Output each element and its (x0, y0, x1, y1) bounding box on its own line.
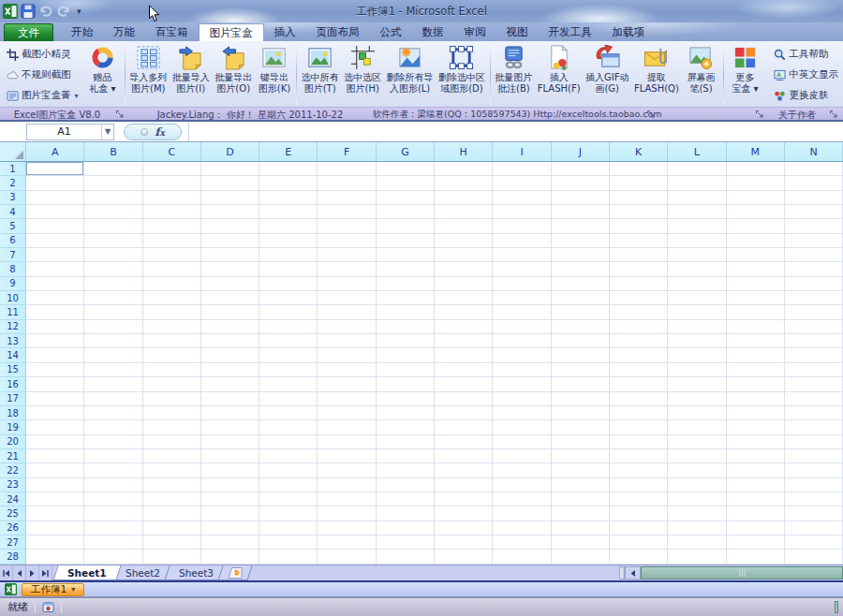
cell-h19[interactable] (435, 420, 493, 434)
cell-h14[interactable] (435, 348, 493, 362)
cell-e21[interactable] (259, 449, 318, 463)
cell-j18[interactable] (552, 406, 610, 420)
cell-f22[interactable] (318, 463, 376, 477)
row-header-18[interactable]: 18 (0, 406, 26, 420)
cell-l21[interactable] (668, 449, 726, 463)
cell-e5[interactable] (259, 219, 318, 233)
cell-k19[interactable] (610, 420, 668, 434)
cell-a15[interactable] (26, 363, 84, 377)
cell-i15[interactable] (493, 363, 551, 377)
ribbon-tab-12[interactable]: 加载项 (602, 23, 656, 41)
cell-n11[interactable] (785, 305, 843, 319)
cell-h27[interactable] (435, 535, 493, 550)
cell-j7[interactable] (552, 248, 610, 262)
cell-k18[interactable] (610, 406, 668, 420)
cell-h12[interactable] (435, 320, 493, 334)
cell-g12[interactable] (377, 320, 435, 334)
cell-j19[interactable] (552, 420, 610, 434)
cell-n1[interactable] (785, 162, 843, 176)
cell-m16[interactable] (727, 377, 785, 391)
row-header-24[interactable]: 24 (0, 492, 26, 506)
cell-g13[interactable] (377, 334, 435, 348)
cell-g19[interactable] (377, 420, 435, 434)
cell-i18[interactable] (493, 406, 551, 420)
cell-m24[interactable] (727, 492, 785, 506)
cell-h5[interactable] (435, 219, 493, 233)
cell-c26[interactable] (143, 521, 201, 535)
row-header-3[interactable]: 3 (0, 191, 26, 205)
cell-n3[interactable] (785, 191, 843, 205)
cell-c23[interactable] (143, 478, 201, 492)
cell-f16[interactable] (318, 377, 376, 391)
cell-d16[interactable] (201, 377, 259, 391)
row-header-4[interactable]: 4 (0, 205, 26, 219)
dialog-launcher-icon[interactable] (646, 110, 656, 119)
cell-h18[interactable] (435, 406, 493, 420)
cell-a14[interactable] (26, 348, 84, 362)
row-header-27[interactable]: 27 (0, 535, 26, 550)
cell-g24[interactable] (377, 492, 435, 506)
cell-e6[interactable] (259, 234, 318, 248)
cell-c19[interactable] (143, 420, 201, 434)
cell-m22[interactable] (727, 463, 785, 477)
cell-c28[interactable] (143, 550, 201, 564)
cell-d22[interactable] (201, 463, 259, 477)
cell-f27[interactable] (318, 535, 376, 550)
cell-n26[interactable] (785, 521, 843, 535)
cell-d19[interactable] (201, 420, 259, 434)
cell-j2[interactable] (552, 176, 610, 190)
cell-n8[interactable] (785, 262, 843, 276)
cell-i10[interactable] (493, 291, 551, 305)
cell-h15[interactable] (435, 363, 493, 377)
cell-e13[interactable] (259, 334, 318, 348)
select-all-corner[interactable] (0, 142, 26, 161)
row-header-8[interactable]: 8 (0, 262, 26, 276)
column-header-b[interactable]: B (84, 142, 142, 161)
cell-f13[interactable] (318, 334, 376, 348)
cell-a19[interactable] (26, 420, 84, 434)
cell-m27[interactable] (727, 535, 785, 550)
cell-g14[interactable] (377, 348, 435, 362)
cell-h4[interactable] (435, 205, 493, 219)
cell-g6[interactable] (377, 234, 435, 248)
cell-l24[interactable] (668, 492, 726, 506)
cell-f10[interactable] (318, 291, 376, 305)
cell-k8[interactable] (610, 262, 668, 276)
cell-h10[interactable] (435, 291, 493, 305)
cell-h7[interactable] (435, 248, 493, 262)
cell-h21[interactable] (435, 449, 493, 463)
cell-d8[interactable] (201, 262, 259, 276)
ribbon-tab-10[interactable]: 视图 (496, 23, 539, 41)
ribbon-button[interactable]: 赠品礼盒 ▾ (84, 43, 122, 107)
cell-e2[interactable] (259, 176, 318, 190)
cell-b17[interactable] (84, 392, 142, 406)
cell-k16[interactable] (610, 377, 668, 391)
cell-i4[interactable] (493, 205, 551, 219)
cell-f18[interactable] (318, 406, 376, 420)
cell-e26[interactable] (259, 521, 318, 535)
cell-b15[interactable] (84, 363, 142, 377)
cell-m26[interactable] (727, 521, 785, 535)
cell-b22[interactable] (84, 463, 142, 477)
cell-m19[interactable] (727, 420, 785, 434)
cell-j12[interactable] (552, 320, 610, 334)
cell-e14[interactable] (259, 348, 318, 362)
cell-m21[interactable] (727, 449, 785, 463)
cell-f24[interactable] (318, 492, 376, 506)
cell-l6[interactable] (668, 234, 726, 248)
cell-i3[interactable] (493, 191, 551, 205)
cell-n13[interactable] (785, 334, 843, 348)
cell-g23[interactable] (377, 478, 435, 492)
cell-l9[interactable] (668, 277, 726, 291)
cell-b27[interactable] (84, 535, 142, 550)
cell-g20[interactable] (377, 435, 435, 449)
cell-n21[interactable] (785, 449, 843, 463)
cell-h6[interactable] (435, 234, 493, 248)
cell-g22[interactable] (377, 463, 435, 477)
cell-j14[interactable] (552, 348, 610, 362)
ribbon-tab-3[interactable]: 百宝箱 (145, 23, 199, 41)
cell-f6[interactable] (318, 234, 376, 248)
column-header-f[interactable]: F (318, 142, 376, 161)
cell-g1[interactable] (377, 162, 435, 176)
ribbon-button[interactable]: 选中选区图片(H) (342, 43, 382, 107)
